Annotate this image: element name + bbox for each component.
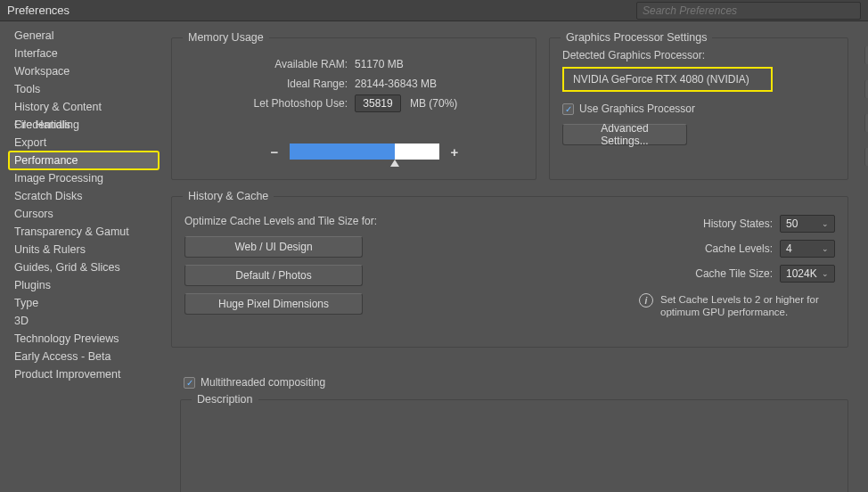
history-states-value: 50 bbox=[786, 217, 798, 230]
default-photos-button[interactable]: Default / Photos bbox=[184, 265, 363, 286]
chevron-down-icon: ⌄ bbox=[822, 244, 829, 253]
memory-use-suffix: MB (70%) bbox=[410, 97, 457, 110]
advanced-settings-button[interactable]: Advanced Settings... bbox=[562, 124, 687, 145]
ideal-range-value: 28144-36843 MB bbox=[355, 78, 437, 90]
description-legend: Description bbox=[192, 393, 258, 406]
sidebar-item-history-content-credentials[interactable]: History & Content Credentials bbox=[9, 98, 159, 116]
search-input[interactable] bbox=[636, 2, 861, 20]
sidebar-item-type[interactable]: Type bbox=[9, 294, 159, 312]
slider-track[interactable] bbox=[290, 144, 439, 160]
sidebar-item-transparency-gamut[interactable]: Transparency & Gamut bbox=[9, 223, 159, 241]
memory-slider[interactable]: − + bbox=[268, 144, 461, 160]
cache-levels-dropdown[interactable]: 4 ⌄ bbox=[780, 240, 835, 258]
slider-fill bbox=[290, 144, 395, 160]
detected-gpu-label: Detected Graphics Processor: bbox=[562, 49, 835, 62]
sidebar-item-general[interactable]: General bbox=[9, 27, 159, 45]
sidebar-item-3d[interactable]: 3D bbox=[9, 312, 159, 330]
sidebar-item-units-rulers[interactable]: Units & Rulers bbox=[9, 241, 159, 258]
cache-levels-value: 4 bbox=[786, 242, 792, 255]
preferences-window: Preferences GeneralInterfaceWorkspaceToo… bbox=[0, 0, 868, 492]
huge-pixel-button[interactable]: Huge Pixel Dimensions bbox=[184, 293, 363, 315]
optimize-label: Optimize Cache Levels and Tile Size for: bbox=[184, 215, 377, 227]
sidebar: GeneralInterfaceWorkspaceToolsHistory & … bbox=[0, 21, 162, 492]
sidebar-item-guides-grid-slices[interactable]: Guides, Grid & Slices bbox=[9, 258, 159, 276]
memory-legend: Memory Usage bbox=[183, 31, 269, 44]
sidebar-item-technology-previews[interactable]: Technology Previews bbox=[9, 330, 159, 348]
history-cache-group: History & Cache Optimize Cache Levels an… bbox=[171, 196, 848, 348]
cache-tile-dropdown[interactable]: 1024K ⌄ bbox=[780, 265, 835, 283]
multithreaded-checkbox[interactable] bbox=[184, 377, 195, 389]
graphics-legend: Graphics Processor Settings bbox=[561, 31, 712, 44]
info-icon: i bbox=[639, 293, 653, 308]
sidebar-item-cursors[interactable]: Cursors bbox=[9, 205, 159, 223]
titlebar: Preferences bbox=[0, 0, 868, 21]
sidebar-item-scratch-disks[interactable]: Scratch Disks bbox=[9, 187, 159, 205]
sidebar-item-early-access-beta[interactable]: Early Access - Beta bbox=[9, 348, 159, 365]
multithreaded-label: Multithreaded compositing bbox=[201, 376, 325, 389]
web-ui-design-button[interactable]: Web / UI Design bbox=[184, 236, 363, 258]
history-legend: History & Cache bbox=[183, 190, 274, 202]
cache-levels-label: Cache Levels: bbox=[705, 242, 773, 255]
slider-thumb[interactable] bbox=[390, 160, 399, 167]
sidebar-item-performance[interactable]: Performance bbox=[9, 152, 159, 169]
cache-tile-label: Cache Tile Size: bbox=[695, 267, 773, 280]
window-title: Preferences bbox=[7, 4, 70, 17]
minus-icon[interactable]: − bbox=[268, 145, 281, 158]
sidebar-item-product-improvement[interactable]: Product Improvement bbox=[9, 365, 159, 383]
chevron-down-icon: ⌄ bbox=[822, 269, 829, 278]
history-states-dropdown[interactable]: 50 ⌄ bbox=[780, 215, 835, 233]
description-group: Description bbox=[180, 399, 848, 492]
available-ram-value: 51170 MB bbox=[355, 58, 404, 70]
sidebar-item-image-processing[interactable]: Image Processing bbox=[9, 169, 159, 187]
cache-tile-value: 1024K bbox=[786, 267, 817, 280]
graphics-processor-group: Graphics Processor Settings Detected Gra… bbox=[549, 37, 848, 180]
right-edge-buttons bbox=[864, 21, 868, 492]
body: GeneralInterfaceWorkspaceToolsHistory & … bbox=[0, 21, 868, 492]
use-gpu-label: Use Graphics Processor bbox=[579, 102, 695, 115]
history-states-label: History States: bbox=[703, 217, 773, 230]
available-ram-label: Available RAM: bbox=[172, 58, 355, 70]
sidebar-item-plugins[interactable]: Plugins bbox=[9, 276, 159, 294]
ideal-range-label: Ideal Range: bbox=[172, 78, 355, 90]
use-gpu-checkbox[interactable] bbox=[562, 103, 574, 115]
content: Memory Usage Available RAM: 51170 MB Ide… bbox=[162, 21, 868, 492]
chevron-down-icon: ⌄ bbox=[822, 219, 829, 228]
sidebar-item-file-handling[interactable]: File Handling bbox=[9, 116, 159, 134]
sidebar-item-workspace[interactable]: Workspace bbox=[9, 62, 159, 80]
plus-icon[interactable]: + bbox=[448, 145, 461, 158]
memory-use-input[interactable] bbox=[355, 94, 401, 112]
sidebar-item-tools[interactable]: Tools bbox=[9, 80, 159, 98]
cache-info-text: Set Cache Levels to 2 or higher for opti… bbox=[660, 293, 835, 319]
sidebar-item-export[interactable]: Export bbox=[9, 134, 159, 152]
sidebar-item-interface[interactable]: Interface bbox=[9, 45, 159, 62]
let-use-label: Let Photoshop Use: bbox=[172, 97, 355, 110]
detected-gpu-value: NVIDIA GeForce RTX 4080 (NVIDIA) bbox=[562, 67, 773, 92]
memory-usage-group: Memory Usage Available RAM: 51170 MB Ide… bbox=[171, 37, 536, 180]
